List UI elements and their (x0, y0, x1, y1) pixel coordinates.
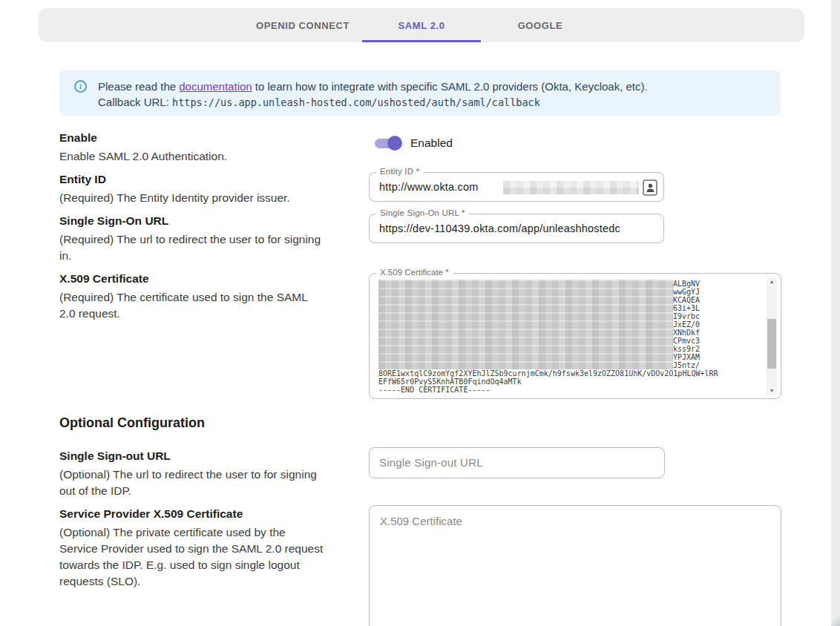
callback-url-value: https://us.app.unleash-hosted.com/ushost… (172, 96, 540, 108)
password-manager-autofill-icon[interactable] (643, 179, 657, 196)
signout-url-desc: (Optional) The url to redirect the user … (59, 467, 371, 499)
page-scrollbar[interactable] (831, 0, 840, 626)
sp-cert-title: Service Provider X.509 Certificate (59, 507, 371, 521)
toggle-knob (387, 136, 402, 151)
sp-x509-certificate-field (369, 505, 781, 626)
sso-url-field: Single Sign-On URL * (369, 214, 664, 243)
redacted-cert-line (378, 280, 673, 288)
signout-url-info: Single Sign-out URL (Optional) The url t… (59, 449, 371, 499)
sso-url-desc: (Required) The url to redirect the user … (59, 231, 371, 264)
tab-google[interactable]: GOOGLE (481, 8, 600, 42)
signout-url-input[interactable] (370, 448, 664, 478)
sso-url-info: Single Sign-On URL (Required) The url to… (59, 214, 371, 264)
entity-id-field-label: Entity ID * (376, 167, 423, 176)
sp-cert-desc: (Optional) The private certificate used … (59, 524, 371, 590)
x509-cert-info: X.509 Certificate (Required) The certifi… (59, 272, 371, 322)
entity-id-title: Entity ID (59, 173, 371, 186)
cert-line-fragment: wwGgYJ (673, 288, 700, 296)
enabled-toggle-label: Enabled (410, 136, 453, 150)
cert-line-fragment: I9vrbc (673, 312, 700, 320)
entity-id-desc: (Required) The Entity Identity provider … (59, 190, 371, 206)
redacted-cert-line (378, 288, 673, 296)
redacted-cert-line (378, 337, 673, 345)
sso-url-title: Single Sign-On URL (59, 214, 371, 228)
documentation-link[interactable]: documentation (179, 80, 252, 93)
x509-certificate-content: ALBgNV wwGgYJ KCAQEA 63i+3L I9vrbc JxEZ/… (378, 280, 757, 395)
sp-cert-info: Service Provider X.509 Certificate (Opti… (59, 507, 371, 590)
resize-corner (831, 613, 840, 626)
cert-line-fragment: kss9r2 (673, 345, 700, 353)
redacted-cert-line (378, 320, 673, 329)
signout-url-title: Single Sign-out URL (59, 449, 371, 463)
certificate-scrollbar[interactable]: ▲ ▼ (767, 277, 777, 395)
redacted-cert-line (378, 361, 673, 369)
scrollbar-thumb[interactable] (767, 319, 776, 369)
signout-url-field (369, 447, 665, 478)
scroll-down-arrow-icon[interactable]: ▼ (767, 386, 777, 395)
entity-id-info: Entity ID (Required) The Entity Identity… (59, 173, 371, 206)
callback-url-label: Callback URL: (98, 96, 172, 108)
cert-line-fragment: J5ntz/ (673, 361, 700, 369)
optional-configuration-heading: Optional Configuration (59, 415, 205, 431)
banner-text-prefix: Please read the (98, 80, 179, 93)
cert-visible-line: 8ORE1wxtqlC9zomYgf2XYEhJlZSb9curnjmCmk/h… (378, 369, 757, 378)
redacted-cert-line (378, 345, 673, 353)
info-icon: i (74, 80, 87, 93)
x509-certificate-field[interactable]: X.509 Certificate * ALBgNV wwGgYJ KCAQEA… (369, 273, 781, 399)
redacted-cert-line (378, 353, 673, 361)
sso-url-field-label: Single Sign-On URL * (376, 208, 469, 217)
redacted-cert-line (378, 329, 673, 337)
entity-id-field: Entity ID * (369, 172, 664, 202)
banner-text-suffix: to learn how to integrate with specific … (252, 80, 648, 93)
scroll-up-arrow-icon[interactable]: ▲ (767, 277, 777, 286)
sp-x509-certificate-input[interactable] (370, 506, 781, 626)
enable-desc: Enable SAML 2.0 Authentication. (59, 148, 371, 165)
cert-line-fragment: ALBgNV (673, 280, 700, 288)
cert-visible-line: EFfW65r0PvyS5KnhATB0FqindOq4aMTk (378, 378, 757, 386)
redacted-cert-line (378, 304, 673, 312)
person-icon (646, 183, 654, 193)
cert-line-fragment: JxEZ/0 (673, 320, 700, 329)
sso-url-input[interactable] (370, 214, 663, 243)
enable-toggle-row: Enabled (373, 135, 453, 151)
auth-tabs: OPENID CONNECT SAML 2.0 GOOGLE (39, 8, 804, 42)
scrollbar-track[interactable] (767, 286, 777, 386)
info-banner: i Please read the documentation to learn… (59, 70, 781, 116)
x509-cert-desc: (Required) The certificate used to sign … (59, 289, 371, 322)
enabled-toggle[interactable] (373, 135, 402, 151)
cert-line-fragment: YPJXAM (673, 353, 700, 361)
cert-line-fragment: XNhDkf (673, 329, 700, 337)
cert-visible-line: -----END CERTIFICATE----- (378, 386, 757, 394)
redacted-entity-id-value (503, 181, 639, 194)
x509-cert-title: X.509 Certificate (59, 272, 371, 286)
banner-text: Please read the documentation to learn h… (98, 79, 648, 116)
enable-info: Enable Enable SAML 2.0 Authentication. (59, 131, 371, 165)
cert-line-fragment: 63i+3L (673, 304, 700, 312)
redacted-cert-line (378, 312, 673, 320)
redacted-cert-line (378, 296, 673, 304)
cert-line-fragment: CPmvc3 (673, 337, 700, 345)
x509-certificate-field-label: X.509 Certificate * (376, 268, 453, 277)
tab-openid-connect[interactable]: OPENID CONNECT (243, 8, 362, 42)
cert-line-fragment: KCAQEA (673, 296, 700, 304)
tab-saml-20[interactable]: SAML 2.0 (362, 8, 481, 42)
saml-settings-page: OPENID CONNECT SAML 2.0 GOOGLE i Please … (0, 0, 840, 626)
enable-title: Enable (59, 131, 371, 145)
